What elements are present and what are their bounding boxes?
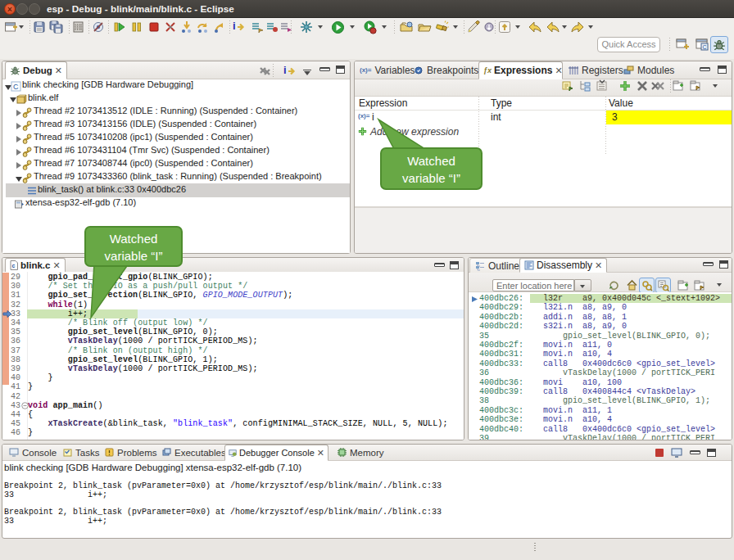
svg-text:c: c (12, 263, 16, 269)
svg-text:C: C (703, 44, 707, 50)
svg-text:C: C (13, 83, 19, 91)
